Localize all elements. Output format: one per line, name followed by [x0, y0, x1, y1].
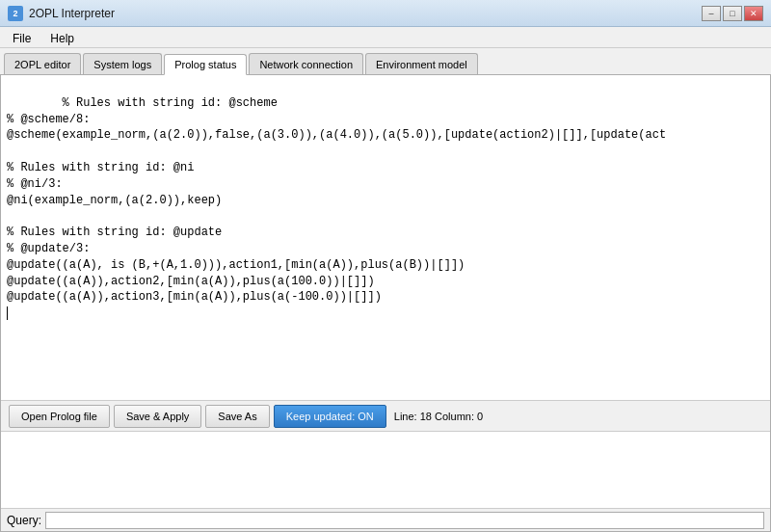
query-input[interactable]: [45, 512, 764, 529]
editor-scroll[interactable]: % Rules with string id: @scheme % @schem…: [1, 75, 770, 400]
toolbar: Open Prolog file Save & Apply Save As Ke…: [1, 400, 770, 431]
text-cursor: [7, 306, 8, 320]
tab-environment-model[interactable]: Environment model: [365, 53, 478, 74]
output-area: [1, 431, 770, 508]
tab-network-connection[interactable]: Network connection: [249, 53, 363, 74]
query-bar: Query:: [1, 508, 770, 531]
tab-bar: 2OPL editor System logs Prolog status Ne…: [0, 48, 771, 75]
menu-bar: File Help: [0, 27, 771, 48]
tab-system-logs[interactable]: System logs: [83, 53, 162, 74]
tab-2opl-editor[interactable]: 2OPL editor: [4, 53, 81, 74]
app-icon: 2: [8, 6, 23, 21]
open-prolog-file-button[interactable]: Open Prolog file: [9, 405, 110, 428]
title-bar: 2 2OPL Interpreter – □ ✕: [0, 0, 771, 27]
restore-button[interactable]: □: [723, 6, 742, 21]
editor-content: % Rules with string id: @scheme % @schem…: [1, 75, 770, 400]
editor-area[interactable]: % Rules with string id: @scheme % @schem…: [1, 75, 770, 400]
save-apply-button[interactable]: Save & Apply: [114, 405, 201, 428]
close-button[interactable]: ✕: [744, 6, 763, 21]
keep-updated-button[interactable]: Keep updated: ON: [274, 405, 386, 428]
output-content: [1, 432, 770, 436]
status-text: Line: 18 Column: 0: [394, 411, 483, 422]
query-label: Query:: [7, 514, 41, 527]
menu-help[interactable]: Help: [41, 29, 83, 45]
editor-text: % Rules with string id: @scheme % @schem…: [7, 96, 666, 305]
minimize-button[interactable]: –: [702, 6, 721, 21]
save-as-button[interactable]: Save As: [205, 405, 269, 428]
window-title: 2OPL Interpreter: [29, 7, 696, 20]
main-content: % Rules with string id: @scheme % @schem…: [0, 75, 771, 532]
tab-prolog-status[interactable]: Prolog status: [164, 54, 247, 75]
window-controls: – □ ✕: [702, 6, 763, 21]
menu-file[interactable]: File: [4, 29, 40, 45]
